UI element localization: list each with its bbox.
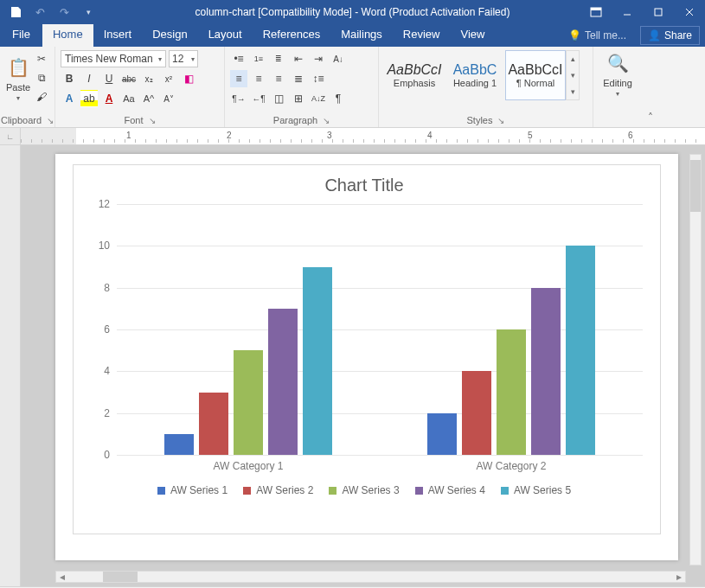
increase-indent-icon[interactable]: ⇥ <box>310 50 327 67</box>
italic-button[interactable]: I <box>80 70 98 87</box>
scroll-right-icon[interactable]: ▸ <box>673 571 685 583</box>
tab-references[interactable]: References <box>253 24 330 47</box>
tab-home[interactable]: Home <box>42 24 93 47</box>
font-color-icon[interactable]: A <box>100 90 118 107</box>
legend-item[interactable]: AW Series 2 <box>243 484 313 496</box>
redo-icon[interactable]: ↷ <box>54 2 74 22</box>
group-paragraph-label: Paragraph <box>273 115 317 125</box>
chart-bar[interactable] <box>531 288 561 455</box>
tab-layout[interactable]: Layout <box>198 24 253 47</box>
scrollbar-thumb[interactable] <box>103 572 138 582</box>
chart-object[interactable]: Chart Title 024681012 AW Category 1AW Ca… <box>73 164 661 534</box>
scroll-left-icon[interactable]: ◂ <box>56 571 68 583</box>
legend-item[interactable]: AW Series 1 <box>157 484 228 496</box>
numbering-icon[interactable]: 1≡ <box>250 50 267 67</box>
save-icon[interactable] <box>5 2 26 22</box>
page[interactable]: Chart Title 024681012 AW Category 1AW Ca… <box>55 154 678 560</box>
align-center-icon[interactable]: ≡ <box>250 70 267 87</box>
strikethrough-button[interactable]: abc <box>120 70 138 87</box>
close-icon[interactable] <box>674 0 705 24</box>
find-icon: 🔍 <box>605 50 631 76</box>
highlight-icon[interactable]: ab <box>80 90 98 107</box>
minimize-icon[interactable] <box>612 0 643 24</box>
legend-label: AW Series 3 <box>342 484 399 496</box>
tab-design[interactable]: Design <box>142 24 197 47</box>
underline-button[interactable]: U <box>100 70 118 87</box>
undo-icon[interactable]: ↶ <box>29 2 50 22</box>
editing-button[interactable]: 🔍 Editing ▾ <box>599 50 637 98</box>
expand-icon: ▾ <box>567 83 579 99</box>
ribbon-tabs: File Home Insert Design Layout Reference… <box>0 24 705 47</box>
shading-icon[interactable]: ◫ <box>270 90 287 107</box>
tab-view[interactable]: View <box>450 24 495 47</box>
collapse-ribbon-icon[interactable]: ˄ <box>642 47 659 127</box>
chart-bar[interactable] <box>164 434 194 455</box>
chart-bar[interactable] <box>427 413 457 455</box>
tab-file[interactable]: File <box>0 24 42 47</box>
horizontal-ruler[interactable]: 123456 <box>21 128 705 144</box>
text-effects-icon[interactable]: A <box>61 90 78 107</box>
font-size-select[interactable]: 12▾ <box>169 50 198 67</box>
bold-button[interactable]: B <box>61 70 78 87</box>
bullets-icon[interactable]: •≡ <box>230 50 247 67</box>
rtl-icon[interactable]: ←¶ <box>250 90 267 107</box>
line-spacing-icon[interactable]: ↕≡ <box>310 70 327 87</box>
change-case-icon[interactable]: Aa <box>120 90 138 107</box>
sort-az-icon[interactable]: A↓Z <box>310 90 327 107</box>
x-category-label: AW Category 2 <box>380 455 643 472</box>
legend-item[interactable]: AW Series 5 <box>501 484 571 496</box>
superscript-button[interactable]: x² <box>160 70 177 87</box>
legend-swatch <box>243 487 251 495</box>
decrease-indent-icon[interactable]: ⇤ <box>290 50 307 67</box>
legend-label: AW Series 2 <box>256 484 313 496</box>
legend-item[interactable]: AW Series 3 <box>329 484 399 496</box>
chart-bar[interactable] <box>268 309 298 455</box>
shrink-font-icon[interactable]: A˅ <box>160 90 177 107</box>
align-left-icon[interactable]: ≡ <box>230 70 247 87</box>
vertical-ruler[interactable] <box>0 145 21 586</box>
justify-icon[interactable]: ≣ <box>290 70 307 87</box>
font-name-select[interactable]: Times New Roman▾ <box>61 50 166 67</box>
align-right-icon[interactable]: ≡ <box>270 70 287 87</box>
copy-icon[interactable]: ⧉ <box>33 69 50 86</box>
share-button[interactable]: 👤 Share <box>640 26 700 45</box>
subscript-button[interactable]: x₂ <box>140 70 157 87</box>
ltr-icon[interactable]: ¶→ <box>230 90 247 107</box>
tab-mailings[interactable]: Mailings <box>330 24 393 47</box>
tab-insert[interactable]: Insert <box>93 24 143 47</box>
vertical-scrollbar[interactable] <box>689 154 702 566</box>
scrollbar-thumb[interactable] <box>690 160 701 212</box>
paste-icon: 📋 <box>5 54 31 80</box>
chart-bar[interactable] <box>303 267 332 456</box>
multilevel-icon[interactable]: ≣ <box>270 50 287 67</box>
styles-dialog-icon[interactable]: ↘ <box>497 116 504 125</box>
horizontal-scrollbar[interactable]: ◂ ▸ <box>55 571 686 583</box>
qat-customize-icon[interactable]: ▾ <box>78 2 99 22</box>
style-normal[interactable]: AaBbCcI ¶ Normal <box>505 50 566 100</box>
chart-bar[interactable] <box>234 350 263 455</box>
style-heading1[interactable]: AaBbC Heading 1 <box>445 50 505 100</box>
paragraph-dialog-icon[interactable]: ↘ <box>323 116 330 125</box>
chart-bar[interactable] <box>199 393 228 456</box>
chart-bar[interactable] <box>462 371 491 455</box>
tell-me-search[interactable]: 💡 Tell me... <box>560 24 635 47</box>
sort-icon[interactable]: A↓ <box>330 50 347 67</box>
grow-font-icon[interactable]: A^ <box>140 90 157 107</box>
format-painter-icon[interactable]: 🖌 <box>33 88 50 105</box>
chart-bar[interactable] <box>497 329 526 455</box>
clear-formatting-icon[interactable]: ◧ <box>180 70 197 87</box>
clipboard-dialog-icon[interactable]: ↘ <box>47 116 54 125</box>
chart-bar[interactable] <box>566 246 595 455</box>
borders-icon[interactable]: ⊞ <box>290 90 307 107</box>
tab-review[interactable]: Review <box>393 24 451 47</box>
font-dialog-icon[interactable]: ↘ <box>149 116 156 125</box>
show-marks-icon[interactable]: ¶ <box>330 90 347 107</box>
chevron-down-icon: ▾ <box>16 94 20 102</box>
maximize-icon[interactable] <box>643 0 674 24</box>
paste-button[interactable]: 📋 Paste ▾ <box>5 54 31 102</box>
styles-more-button[interactable]: ▴▾▾ <box>566 50 580 100</box>
ribbon-display-icon[interactable] <box>580 0 612 24</box>
legend-item[interactable]: AW Series 4 <box>415 484 485 496</box>
style-emphasis[interactable]: AaBbCcI Emphasis <box>384 50 445 100</box>
cut-icon[interactable]: ✂ <box>33 50 50 67</box>
